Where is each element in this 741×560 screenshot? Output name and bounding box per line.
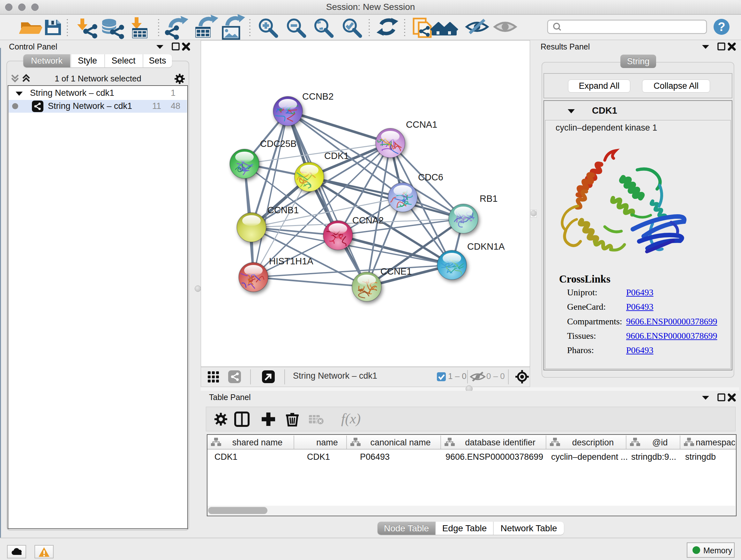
svg-text:f(x): f(x): [341, 411, 360, 427]
svg-text:?: ?: [718, 20, 725, 34]
svg-text:CCNE1: CCNE1: [381, 266, 412, 276]
svg-text:CCNA2: CCNA2: [352, 215, 384, 226]
svg-text:HIST1H1A: HIST1H1A: [269, 256, 313, 266]
svg-text:RB1: RB1: [480, 193, 497, 204]
svg-text:CCNA1: CCNA1: [406, 119, 437, 130]
svg-text:CCNB2: CCNB2: [302, 91, 333, 102]
svg-text:CDKN1A: CDKN1A: [467, 241, 505, 252]
svg-text:CCNB1: CCNB1: [267, 205, 299, 215]
svg-text:CDC25B: CDC25B: [260, 138, 296, 149]
svg-text:CDC6: CDC6: [418, 172, 443, 182]
svg-text:CDK1: CDK1: [324, 151, 349, 161]
